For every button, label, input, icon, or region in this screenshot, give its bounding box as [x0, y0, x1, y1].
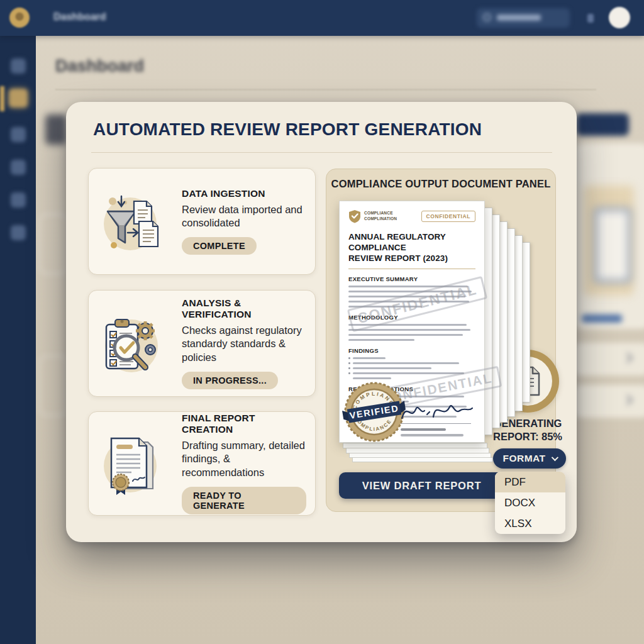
stacked-page-edge [352, 457, 493, 462]
sidebar-item-home[interactable] [11, 58, 26, 74]
stacked-page-edge [346, 448, 489, 453]
background-list-row[interactable] [574, 385, 644, 418]
format-option-pdf[interactable]: PDF [495, 472, 565, 492]
search-icon [483, 13, 491, 21]
page-divider [55, 89, 596, 90]
modal-title: AUTOMATED REVIEW REPORT GENERATION [93, 119, 482, 140]
background-link-bar [582, 314, 622, 323]
checklist-magnifier-icon [97, 311, 163, 376]
confidential-chip: CONFIDENTIAL [421, 211, 475, 222]
signatory-name-blur [401, 428, 446, 431]
background-card-outline [39, 355, 68, 416]
modal-divider [91, 152, 552, 153]
sidebar-item-dashboard-active[interactable] [9, 89, 28, 108]
bullet-dot [348, 372, 350, 374]
step-name: FINAL REPORT CREATION [182, 413, 306, 435]
search-input[interactable] [477, 8, 570, 28]
panel-title: COMPLIANCE OUTPUT DOCUMENT PANEL [326, 178, 555, 190]
sidebar-item-reports[interactable] [11, 127, 26, 142]
format-button-label: FORMAT [502, 453, 545, 464]
logo-line1: COMPLIANCE [364, 211, 397, 216]
background-list-row[interactable] [574, 343, 644, 375]
report-title-line1: ANNUAL REGULATORY COMPLIANCE [348, 232, 475, 253]
funnel-documents-icon [97, 189, 163, 254]
logo-line2: COMPLINATION [364, 216, 397, 222]
signatory-role-blur [401, 434, 464, 436]
chevron-down-icon [551, 454, 558, 461]
signature [397, 396, 475, 427]
certificate-seal-icon [97, 431, 163, 496]
status-badge-in-progress: IN PROGRESS... [182, 372, 278, 389]
background-blurred-text [45, 114, 67, 145]
bullet-dot [348, 362, 350, 364]
compliance-logo: COMPLIANCE COMPLINATION [348, 209, 397, 223]
sidebar-active-indicator [0, 86, 4, 111]
text-line [348, 339, 414, 341]
topbar-title: Dashboard [53, 11, 106, 23]
format-dropdown-button[interactable]: FORMAT [493, 448, 566, 469]
background-clipboard-image [594, 208, 631, 283]
step-card-data-ingestion: DATA INGESTION Review data imported and … [88, 168, 316, 275]
signature-line [401, 423, 471, 424]
bullet-dot [348, 367, 350, 369]
chevron-right-icon [623, 353, 633, 364]
step-card-analysis-verification: ANALYSIS & VERIFICATION Checks against r… [88, 290, 316, 397]
page-title: Dashboard [55, 57, 144, 76]
stacked-page-edge [349, 453, 491, 458]
text-line [348, 329, 470, 331]
avatar[interactable] [609, 7, 630, 28]
text-line [353, 372, 465, 375]
top-navbar: Dashboard [0, 0, 644, 36]
text-line [348, 334, 463, 336]
text-line [353, 362, 460, 365]
step-name: ANALYSIS & VERIFICATION [182, 297, 306, 320]
step-name: DATA INGESTION [182, 188, 306, 199]
text-line [353, 367, 431, 370]
report-title-line2: REVIEW REPORT (2023) [348, 253, 475, 264]
view-draft-report-button[interactable]: VIEW DRAFT REPORT [339, 472, 504, 499]
section-heading: FINDINGS [348, 347, 475, 354]
background-report-button[interactable] [576, 113, 629, 136]
compliance-output-panel: COMPLIANCE OUTPUT DOCUMENT PANEL [326, 169, 556, 512]
report-generation-modal: AUTOMATED REVIEW REPORT GENERATION [66, 102, 577, 542]
step-card-final-report: FINAL REPORT CREATION Drafting summary, … [88, 411, 316, 516]
sidebar [0, 36, 36, 644]
app-logo-icon[interactable] [9, 8, 30, 28]
step-description: Checks against regulatory standardy stan… [182, 324, 306, 364]
format-dropdown-menu: PDF DOCX XLSX [495, 472, 565, 534]
step-description: Review data imported and consolidated [182, 203, 306, 230]
app-root: Dashboard Dashboard AUTOMATED REVIEW REP… [0, 0, 644, 644]
sidebar-item-settings[interactable] [11, 225, 26, 240]
format-option-xlsx[interactable]: XLSX [495, 513, 565, 534]
bullet-dot [348, 357, 350, 359]
text-line [353, 357, 386, 360]
step-description: Drafting summary, detailed findings, & r… [182, 439, 306, 479]
section-heading: EXECUTIVE SUMMARY [348, 275, 475, 282]
sidebar-item-documents[interactable] [11, 160, 26, 175]
background-card-outline [39, 214, 68, 274]
status-badge-ready: READY TO GENERATE [182, 487, 306, 514]
status-badge-complete: COMPLETE [182, 237, 257, 255]
notification-icon[interactable] [587, 14, 594, 23]
sidebar-item-analytics[interactable] [11, 192, 26, 208]
search-placeholder-blur [497, 14, 541, 21]
format-option-docx[interactable]: DOCX [495, 492, 565, 513]
shield-check-icon [348, 209, 361, 223]
chevron-right-icon [623, 395, 633, 406]
report-divider [348, 269, 475, 270]
